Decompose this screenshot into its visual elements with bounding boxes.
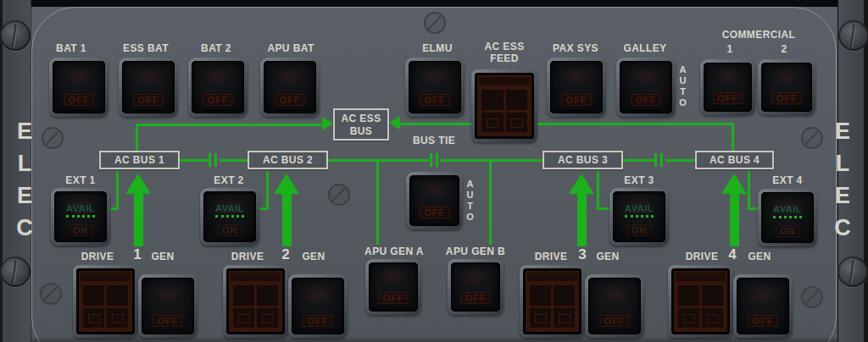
gen3-label: GEN — [596, 251, 619, 262]
drive4-guarded-button[interactable] — [668, 265, 733, 338]
gen2-button[interactable]: OFF — [288, 274, 348, 338]
ext4-label: EXT 4 — [772, 174, 802, 186]
wire-acbus4-to-essbus — [732, 123, 734, 152]
wire-bus2-bus3 — [441, 159, 542, 162]
apu-gen-b-label: APU GEN B — [446, 245, 505, 257]
drive2-guarded-button[interactable] — [223, 265, 288, 338]
contactor-bar-icon — [654, 153, 657, 167]
screw-icon — [424, 12, 446, 34]
ext1-button[interactable]: AVAIL ON — [51, 188, 110, 245]
bus-tie-button[interactable]: OFF — [406, 172, 463, 229]
commercial-1-off-legend: OFF — [713, 92, 743, 104]
gen4-number: 4 — [728, 246, 736, 263]
ext2-avail-dots-icon — [215, 215, 244, 218]
panel-title-right: ELEC — [831, 115, 854, 244]
elmu-button[interactable]: OFF — [405, 58, 465, 117]
gen2-flow-arrow-icon — [282, 192, 292, 246]
apu-bat-label: APU BAT — [267, 42, 314, 54]
bat1-button[interactable]: OFF — [49, 58, 108, 117]
screw-icon — [0, 256, 31, 287]
commercial-2-off-legend: OFF — [772, 92, 802, 104]
ext3-button[interactable]: AVAIL ON — [609, 188, 669, 245]
apu-bat-off-legend: OFF — [275, 94, 305, 106]
screw-icon — [0, 20, 31, 51]
ext3-on-legend: ON — [627, 224, 652, 236]
ext4-avail-legend: AVAIL — [773, 204, 802, 214]
ext3-avail-legend: AVAIL — [625, 203, 654, 213]
guard-grid — [79, 271, 132, 332]
wire-bus3-bus4 — [623, 159, 654, 162]
wire-ext2-elbow — [259, 207, 269, 210]
gen2-label: GEN — [302, 251, 325, 262]
elec-overhead-panel: ELEC ELEC AC ESS BUS AC BUS 1 AC BUS 2 A… — [0, 0, 868, 342]
drive3-guarded-button[interactable] — [520, 265, 585, 338]
wire-acbus1-to-essbus — [136, 124, 323, 126]
drive1-label: DRIVE — [81, 251, 114, 262]
arrow-right-icon — [322, 117, 333, 130]
pax-sys-label: PAX SYS — [553, 42, 598, 54]
pax-sys-button[interactable]: OFF — [547, 58, 606, 117]
galley-off-legend: OFF — [632, 94, 661, 106]
panel-top-edge — [0, 0, 868, 7]
wire-ext3-elbow — [597, 171, 599, 210]
bus-tie-auto-label: AUTO — [465, 179, 476, 223]
screw-icon — [801, 286, 823, 308]
gen3-off-legend: OFF — [600, 315, 630, 327]
apu-gen-b-button[interactable]: OFF — [448, 259, 504, 315]
galley-button[interactable]: OFF — [616, 58, 676, 117]
gen4-button[interactable]: OFF — [733, 274, 793, 338]
ext3-avail-dots-icon — [625, 215, 654, 218]
bus-tie-off-legend: OFF — [420, 207, 449, 218]
ext1-avail-legend: AVAIL — [66, 203, 95, 213]
gen4-label: GEN — [748, 251, 771, 262]
ext4-button[interactable]: AVAIL ON — [758, 189, 817, 246]
guard-grid — [477, 75, 531, 136]
wire-ext1-elbow — [116, 171, 119, 210]
apu-bat-button[interactable]: OFF — [260, 58, 320, 117]
commercial-2-label: 2 — [781, 43, 787, 55]
commercial-2-button[interactable]: OFF — [758, 59, 815, 115]
panel-title-left: ELEC — [13, 115, 36, 244]
ess-bat-label: ESS BAT — [123, 42, 169, 54]
gen4-flow-arrow-icon — [730, 192, 739, 246]
ext2-on-legend: ON — [218, 224, 242, 236]
ac-bus-4-box: AC BUS 4 — [695, 151, 774, 169]
ext2-button[interactable]: AVAIL ON — [200, 188, 259, 245]
screw-icon — [42, 127, 64, 149]
screw-icon — [838, 20, 868, 51]
apu-gen-a-button[interactable]: OFF — [365, 259, 421, 315]
bat2-button[interactable]: OFF — [188, 58, 248, 117]
apu-gen-a-label: APU GEN A — [364, 245, 424, 257]
wire-bus1-bus2 — [220, 159, 248, 162]
apu-gen-b-off-legend: OFF — [461, 292, 491, 304]
wire-ext2-elbow — [266, 171, 269, 210]
guard-grid — [229, 271, 282, 332]
gen1-number: 1 — [133, 246, 141, 263]
ac-ess-feed-guarded-button[interactable] — [471, 69, 537, 142]
bus-tie-contactor-bar-icon — [436, 153, 438, 167]
bat1-label: BAT 1 — [56, 42, 86, 54]
guard-grid — [526, 271, 579, 332]
apu-gen-a-off-legend: OFF — [379, 292, 409, 304]
gen2-number: 2 — [281, 246, 289, 263]
ac-bus-3-box: AC BUS 3 — [542, 151, 623, 169]
wire-acbus1-to-essbus — [136, 125, 138, 152]
ess-bat-button[interactable]: OFF — [119, 58, 178, 117]
wire-bus1-bus2 — [180, 159, 208, 162]
contactor-bar-icon — [660, 153, 663, 167]
ext4-on-legend: ON — [776, 225, 800, 237]
gen3-flow-arrow-icon — [577, 192, 587, 246]
screw-icon — [328, 184, 350, 206]
screw-icon — [40, 283, 62, 305]
ext4-avail-dots-icon — [773, 216, 802, 218]
commercial-1-button[interactable]: OFF — [700, 59, 755, 115]
gen3-button[interactable]: OFF — [585, 274, 644, 338]
gen1-button[interactable]: OFF — [138, 274, 198, 338]
drive1-guarded-button[interactable] — [73, 265, 138, 338]
ext2-label: EXT 2 — [214, 174, 243, 186]
bus-tie-label: BUS TIE — [413, 135, 455, 146]
gen1-flow-arrow-icon — [134, 192, 143, 246]
wire-bus3-bus4 — [665, 159, 695, 162]
gen1-flow-arrow-icon — [125, 174, 151, 194]
ac-bus-1-box: AC BUS 1 — [99, 151, 180, 169]
